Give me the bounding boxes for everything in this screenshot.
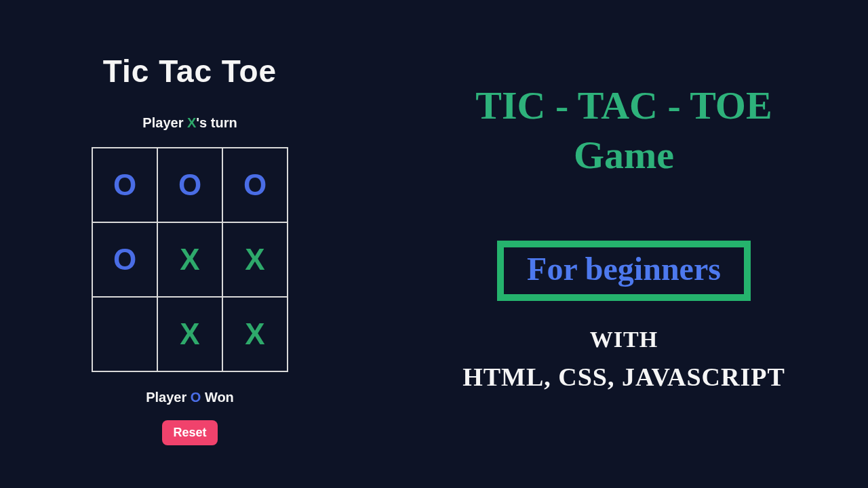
- result-prefix: Player: [146, 390, 191, 405]
- board-cell-6[interactable]: [92, 297, 157, 371]
- result-player: O: [191, 390, 201, 405]
- result-status: Player O Won: [146, 390, 234, 405]
- board-cell-0[interactable]: O: [92, 148, 157, 222]
- board-cell-7[interactable]: X: [157, 297, 222, 371]
- turn-status: Player X's turn: [142, 115, 237, 131]
- reset-button[interactable]: Reset: [162, 420, 217, 445]
- board-cell-2[interactable]: O: [222, 148, 288, 222]
- tech-line: HTML, CSS, JAVASCRIPT: [462, 362, 785, 392]
- board-cell-8[interactable]: X: [222, 297, 288, 371]
- turn-prefix: Player: [142, 115, 187, 130]
- badge-text: For beginners: [527, 251, 721, 287]
- board-cell-5[interactable]: X: [222, 222, 288, 297]
- game-panel: Tic Tac Toe Player X's turn O O O O X X …: [0, 0, 380, 488]
- board-cell-3[interactable]: O: [92, 222, 157, 297]
- headline-line2: Game: [574, 133, 674, 177]
- promo-headline: TIC - TAC - TOE Game: [475, 81, 772, 180]
- turn-player: X: [187, 115, 196, 130]
- headline-line1: TIC - TAC - TOE: [475, 83, 772, 127]
- promo-panel: TIC - TAC - TOE Game For beginners WITH …: [380, 0, 868, 488]
- board-cell-4[interactable]: X: [157, 222, 222, 297]
- with-label: WITH: [590, 327, 658, 352]
- beginners-badge: For beginners: [497, 241, 751, 301]
- board-cell-1[interactable]: O: [157, 148, 222, 222]
- turn-suffix: 's turn: [196, 115, 237, 130]
- result-suffix: Won: [201, 390, 234, 405]
- game-board: O O O O X X X X: [92, 147, 288, 372]
- game-title: Tic Tac Toe: [103, 53, 277, 89]
